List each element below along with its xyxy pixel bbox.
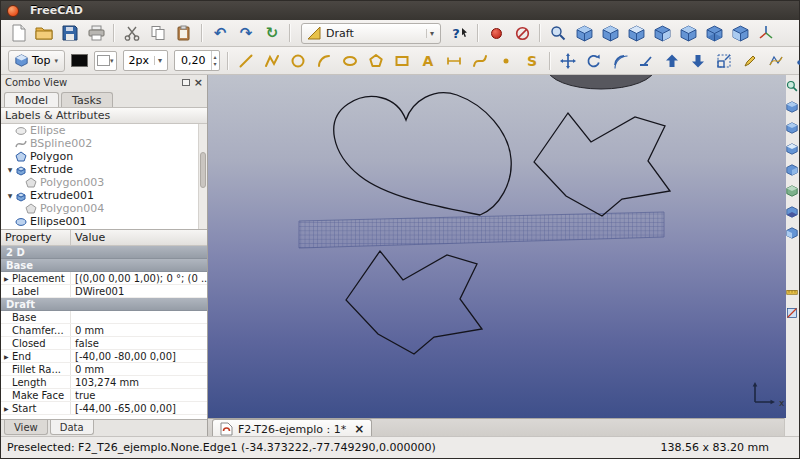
paste-icon[interactable] — [172, 21, 196, 45]
macro-record-icon[interactable] — [484, 21, 508, 45]
property-row-base[interactable]: Base — [1, 311, 207, 324]
macro-stop-icon[interactable] — [510, 21, 534, 45]
property-column-header[interactable]: Property — [1, 230, 71, 245]
tab-tasks[interactable]: Tasks — [61, 92, 112, 107]
draft-trimex-icon[interactable] — [634, 49, 658, 73]
draft-move-icon[interactable] — [556, 49, 580, 73]
draft-upgrade-icon[interactable] — [660, 49, 684, 73]
property-row-placement[interactable]: ▶Placement [(0,00 0,00 1,00); 0 °; (0 ..… — [1, 272, 207, 285]
draft-add-point-icon[interactable] — [790, 49, 800, 73]
top-view-button[interactable]: Top ▾ — [8, 50, 65, 72]
open-document-icon[interactable] — [32, 21, 56, 45]
line-color-swatch[interactable] — [71, 54, 88, 67]
face-color-swatch[interactable]: ▾ — [94, 51, 117, 71]
property-row-makeface[interactable]: Make Face true — [1, 389, 207, 402]
clipping-plane-icon[interactable] — [786, 306, 799, 319]
draft-text-icon[interactable]: A — [416, 49, 440, 73]
close-tab-icon[interactable]: × — [354, 422, 364, 436]
refresh-icon[interactable]: ↻ — [260, 21, 284, 45]
view-bottom-icon[interactable] — [702, 21, 726, 45]
view-fit-all-icon[interactable] — [786, 79, 799, 92]
print-icon[interactable] — [84, 21, 108, 45]
view-bottom-icon[interactable] — [786, 205, 799, 218]
property-row-start[interactable]: ▶Start [-44,00 -65,00 0,00] — [1, 402, 207, 415]
measure-distance-icon[interactable] — [786, 285, 799, 298]
tree-item-ellipse001[interactable]: Ellipse001 — [1, 215, 207, 228]
model-tree[interactable]: Ellipse BSpline002 Polygon ▼ Extrude — [1, 124, 207, 230]
tree-item-polygon004[interactable]: Polygon004 — [1, 202, 207, 215]
property-row-closed[interactable]: Closed false — [1, 337, 207, 350]
3d-viewport[interactable]: x — [208, 75, 786, 418]
save-icon[interactable] — [58, 21, 82, 45]
value-column-header[interactable]: Value — [71, 230, 207, 245]
expander-icon[interactable]: ▼ — [5, 192, 15, 199]
branch-icon[interactable]: ▶ — [4, 353, 12, 360]
view-axonometric-icon[interactable] — [786, 100, 799, 113]
view-right-icon[interactable] — [650, 21, 674, 45]
new-document-icon[interactable] — [6, 21, 30, 45]
draft-bspline-icon[interactable] — [468, 49, 492, 73]
tab-model[interactable]: Model — [4, 92, 59, 107]
draft-arc-icon[interactable] — [312, 49, 336, 73]
undo-icon[interactable]: ↶ — [208, 21, 232, 45]
tree-item-polygon003[interactable]: Polygon003 — [1, 176, 207, 189]
branch-icon[interactable]: ▶ — [4, 275, 12, 282]
whatsthis-icon[interactable]: ? — [448, 21, 472, 45]
workbench-selector[interactable]: Draft ▾ — [301, 23, 441, 44]
draft-shapestring-icon[interactable]: S — [520, 49, 544, 73]
redo-icon[interactable]: ↷ — [234, 21, 258, 45]
tree-item-polygon[interactable]: Polygon — [1, 150, 207, 163]
view-left-icon[interactable] — [728, 21, 752, 45]
property-row-length[interactable]: Length 103,274 mm — [1, 376, 207, 389]
draft-dimension-icon[interactable] — [442, 49, 466, 73]
view-top-icon[interactable] — [624, 21, 648, 45]
tab-data[interactable]: Data — [50, 420, 94, 435]
property-group-draft[interactable]: Draft — [1, 298, 207, 311]
draft-rectangle-icon[interactable] — [390, 49, 414, 73]
view-rear-icon[interactable] — [676, 21, 700, 45]
expander-icon[interactable]: ▼ — [5, 166, 15, 173]
property-row-chamfer[interactable]: Chamfer... 0 mm — [1, 324, 207, 337]
draft-offset-icon[interactable] — [608, 49, 632, 73]
tree-scrollbar[interactable] — [198, 124, 207, 229]
scrollbar-thumb[interactable] — [200, 152, 206, 188]
draft-rotate-icon[interactable] — [582, 49, 606, 73]
close-panel-icon[interactable]: × — [194, 77, 203, 88]
property-row-end[interactable]: ▶End [-40,00 -80,00 0,00] — [1, 350, 207, 363]
tree-item-extrude001[interactable]: ▼ Extrude001 — [1, 189, 207, 202]
view-top-icon[interactable] — [786, 142, 799, 155]
draft-scale-icon[interactable] — [712, 49, 736, 73]
float-panel-icon[interactable] — [182, 79, 190, 86]
view-rear-icon[interactable] — [786, 184, 799, 197]
draft-ellipse-icon[interactable] — [338, 49, 362, 73]
line-width-select[interactable]: 2px ▾ — [123, 50, 169, 71]
window-close-button[interactable] — [7, 5, 19, 17]
draft-polyline-icon[interactable] — [260, 49, 284, 73]
view-fit-all-icon[interactable] — [546, 21, 570, 45]
tree-item-extrude[interactable]: ▼ Extrude — [1, 163, 207, 176]
property-row-fillet[interactable]: Fillet Ra... 0 mm — [1, 363, 207, 376]
tree-item-ellipse[interactable]: Ellipse — [1, 124, 207, 137]
property-group-2d[interactable]: 2 D — [1, 246, 207, 259]
view-front-icon[interactable] — [786, 121, 799, 134]
property-row-label[interactable]: Label DWire001 — [1, 285, 207, 298]
view-front-icon[interactable] — [598, 21, 622, 45]
draft-point-icon[interactable] — [494, 49, 518, 73]
property-group-base[interactable]: Base — [1, 259, 207, 272]
tab-view[interactable]: View — [4, 420, 48, 435]
draft-wire-to-bspline-icon[interactable] — [764, 49, 788, 73]
draft-circle-icon[interactable] — [286, 49, 310, 73]
draft-polygon-icon[interactable] — [364, 49, 388, 73]
view-axonometric-icon[interactable] — [572, 21, 596, 45]
copy-icon[interactable] — [146, 21, 170, 45]
draft-edit-icon[interactable] — [738, 49, 762, 73]
spin-down-icon[interactable]: ▾ — [214, 61, 217, 68]
branch-icon[interactable]: ▶ — [4, 405, 12, 412]
cut-icon[interactable] — [120, 21, 144, 45]
draft-downgrade-icon[interactable] — [686, 49, 710, 73]
axis-cross-icon[interactable] — [754, 21, 778, 45]
view-left-icon[interactable] — [786, 226, 799, 239]
draft-line-icon[interactable] — [234, 49, 258, 73]
tree-item-bspline002[interactable]: BSpline002 — [1, 137, 207, 150]
view-right-icon[interactable] — [786, 163, 799, 176]
